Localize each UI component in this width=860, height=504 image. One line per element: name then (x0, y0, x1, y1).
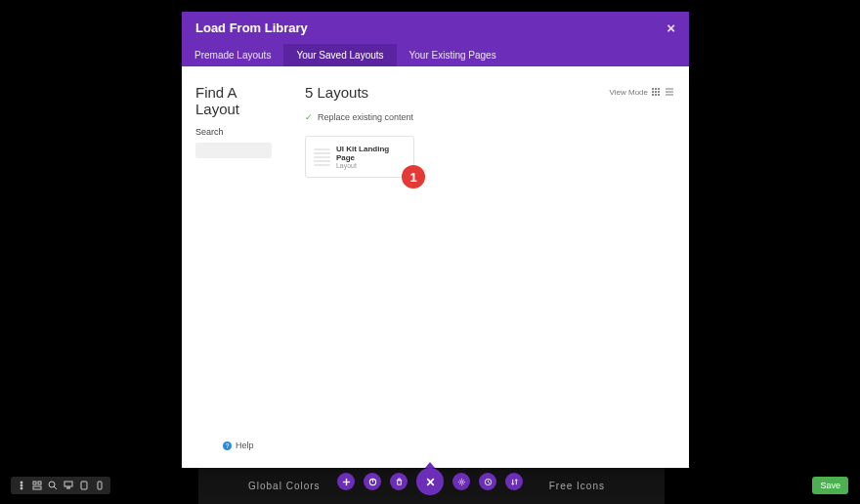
replace-content-label: Replace existing content (318, 112, 413, 122)
list-view-icon[interactable] (666, 88, 675, 98)
desktop-icon[interactable] (64, 481, 73, 490)
svg-rect-8 (64, 482, 72, 486)
settings-button[interactable] (452, 473, 470, 490)
footer-label-global-colors: Global Colors (248, 481, 321, 491)
add-button[interactable] (337, 473, 355, 490)
svg-point-20 (460, 481, 463, 483)
save-button[interactable]: Save (812, 477, 848, 494)
tablet-icon[interactable] (79, 481, 89, 490)
sidebar-panel: Find A Layout Search (195, 84, 285, 450)
help-icon: ? (223, 441, 232, 450)
builder-controls (337, 468, 523, 495)
check-icon: ✓ (305, 113, 313, 121)
svg-rect-12 (81, 482, 87, 489)
number-badge: 1 (402, 165, 425, 189)
grid-view-icon[interactable] (652, 88, 662, 98)
svg-rect-3 (33, 482, 36, 484)
phone-icon[interactable] (95, 481, 105, 490)
svg-point-0 (21, 482, 22, 483)
pointer-icon (425, 462, 435, 468)
more-icon[interactable] (17, 481, 26, 490)
svg-point-1 (21, 484, 22, 486)
svg-line-7 (54, 486, 57, 489)
view-mode-control: View Mode (610, 88, 675, 98)
sort-button[interactable] (505, 473, 523, 490)
tab-premade-layouts[interactable]: Premade Layouts (182, 44, 283, 66)
modal-title: Load From Library (195, 21, 308, 35)
tab-your-existing-pages[interactable]: Your Existing Pages (397, 44, 509, 66)
main-panel: 5 Layouts View Mode ✓ Replace existing c… (285, 84, 675, 450)
svg-rect-4 (38, 482, 41, 484)
footer-label-free-icons: Free Icons (549, 481, 605, 491)
search-label: Search (195, 127, 280, 137)
modal-header: Load From Library × (182, 12, 689, 44)
close-builder-button[interactable] (416, 468, 444, 495)
wireframe-icon[interactable] (32, 481, 42, 490)
svg-rect-13 (98, 482, 102, 489)
svg-point-2 (21, 487, 22, 489)
svg-rect-5 (33, 486, 41, 489)
layout-name: UI Kit Landing Page (336, 145, 406, 162)
view-mode-label: View Mode (610, 88, 648, 97)
device-toolbar (11, 477, 110, 494)
layouts-count-title: 5 Layouts (305, 84, 368, 101)
close-icon[interactable]: × (666, 20, 675, 36)
power-button[interactable] (364, 473, 381, 490)
main-header: 5 Layouts View Mode (305, 84, 675, 101)
help-link[interactable]: ? Help (223, 441, 254, 450)
help-label: Help (236, 441, 254, 450)
tab-your-saved-layouts[interactable]: Your Saved Layouts (283, 44, 396, 66)
layout-info: UI Kit Landing Page Layout (336, 145, 406, 169)
modal-body: Find A Layout Search 5 Layouts View Mode… (182, 66, 689, 468)
layout-type: Layout (336, 162, 406, 169)
history-button[interactable] (479, 473, 496, 490)
layout-card[interactable]: UI Kit Landing Page Layout 1 (305, 136, 414, 178)
modal-tabs: Premade Layouts Your Saved Layouts Your … (182, 44, 689, 66)
sidebar-title: Find A Layout (195, 84, 280, 117)
zoom-icon[interactable] (48, 481, 58, 490)
delete-button[interactable] (390, 473, 408, 490)
layout-thumbnail-icon (314, 148, 330, 166)
replace-content-row[interactable]: ✓ Replace existing content (305, 112, 675, 122)
load-library-modal: Load From Library × Premade Layouts Your… (182, 12, 689, 468)
search-input[interactable] (195, 143, 272, 158)
